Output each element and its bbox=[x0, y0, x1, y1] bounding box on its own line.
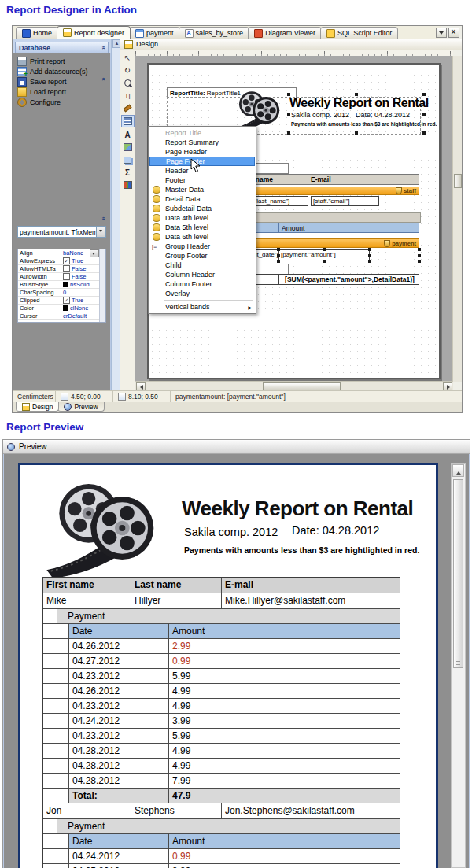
selection-handle[interactable] bbox=[355, 93, 358, 96]
selection-handle[interactable] bbox=[422, 93, 426, 96]
checkbox-icon[interactable]: ✓ bbox=[63, 297, 70, 304]
total-sum-memo[interactable]: [SUM(<payment."amount">,DetailData1)] bbox=[278, 274, 419, 285]
text-cursor-tool-icon[interactable]: T| bbox=[122, 90, 134, 101]
selection-handle[interactable] bbox=[368, 254, 371, 257]
general-item-load-report[interactable]: Load report bbox=[17, 87, 108, 96]
property-row-datafield[interactable]: DataField bbox=[18, 320, 105, 323]
tab-sales-by-store[interactable]: Asales_by_store bbox=[179, 27, 250, 39]
selection-handle[interactable] bbox=[418, 248, 421, 251]
canvas-vertical-scrollbar[interactable] bbox=[452, 56, 462, 382]
property-row-clipped[interactable]: Clipped✓True bbox=[18, 297, 105, 305]
selection-handle[interactable] bbox=[355, 131, 358, 135]
payment-amount-memo[interactable]: [payment."amount"] bbox=[278, 249, 370, 260]
selection-handle[interactable] bbox=[287, 131, 290, 135]
detail-column-amount[interactable]: Amount bbox=[278, 223, 419, 233]
general-item-print-report[interactable]: Print report bbox=[17, 57, 108, 65]
tab-payment[interactable]: payment bbox=[129, 27, 180, 39]
menu-item-column-footer[interactable]: Column Footer bbox=[149, 279, 256, 289]
menu-item-data-4th-level[interactable]: Data 4th level bbox=[149, 213, 256, 223]
selection-handle[interactable] bbox=[323, 260, 326, 263]
selection-handle[interactable] bbox=[287, 93, 290, 96]
property-row-align[interactable]: AlignbaNone bbox=[18, 249, 105, 257]
property-row-autowidth[interactable]: AutoWidthFalse bbox=[18, 273, 105, 281]
menu-item-child[interactable]: Child bbox=[149, 260, 256, 270]
selection-handle[interactable] bbox=[277, 260, 280, 263]
menu-item-footer[interactable]: Footer bbox=[149, 175, 256, 185]
menu-item-report-summary[interactable]: Report Summary bbox=[149, 138, 256, 147]
tab-report-designer[interactable]: Report designer bbox=[57, 26, 131, 39]
rotate-tool-icon[interactable]: ↻ bbox=[122, 65, 134, 76]
sum-object-tool-icon[interactable]: Σ bbox=[122, 167, 134, 178]
menu-item-vertical-bands[interactable]: Vertical bands▶ bbox=[149, 302, 256, 312]
database-panel-header[interactable]: Database » bbox=[15, 42, 109, 54]
menu-item-label: Footer bbox=[165, 176, 186, 184]
chart-object-tool-icon[interactable] bbox=[122, 179, 134, 190]
property-row-allowexpress[interactable]: AllowExpress✓True bbox=[18, 257, 105, 265]
picture-object-tool-icon[interactable] bbox=[122, 142, 134, 153]
property-row-charspacing[interactable]: CharSpacing0 bbox=[18, 289, 105, 297]
view-tab-design[interactable]: Design bbox=[16, 402, 59, 412]
scrollbar-thumb[interactable] bbox=[454, 174, 462, 188]
property-row-brushstyle[interactable]: BrushStylebsSolid bbox=[18, 281, 105, 289]
date-memo[interactable]: Date: 04.28.2012 bbox=[356, 111, 410, 119]
selection-handle[interactable] bbox=[323, 248, 326, 251]
selection-handle[interactable] bbox=[368, 260, 371, 263]
tab-home[interactable]: Home bbox=[16, 27, 58, 39]
select-tool-icon[interactable]: ↖ bbox=[122, 52, 134, 63]
property-row-cursor[interactable]: CursorcrDefault bbox=[18, 312, 105, 320]
menu-item-page-footer[interactable]: Page Footer bbox=[149, 157, 255, 166]
selection-handle[interactable] bbox=[277, 248, 280, 251]
selection-handle[interactable] bbox=[287, 113, 290, 116]
property-row-allowhtmlta[interactable]: AllowHTMLTaFalse bbox=[18, 265, 105, 273]
note-memo[interactable]: Payments with amounts less than $3 are h… bbox=[291, 121, 437, 127]
insert-band-tool-icon[interactable] bbox=[121, 115, 135, 127]
menu-item-group-footer[interactable]: Group Footer bbox=[149, 251, 256, 260]
selection-handle[interactable] bbox=[368, 248, 371, 251]
property-grid-scrollbar[interactable] bbox=[99, 249, 105, 322]
menu-item-master-data[interactable]: Master Data bbox=[149, 185, 256, 194]
dropdown-arrow-icon[interactable] bbox=[90, 249, 99, 257]
tab-diagram-viewer[interactable]: Diagram Viewer bbox=[248, 27, 322, 39]
selection-handle[interactable] bbox=[418, 254, 421, 257]
staff-email-memo[interactable]: [staff."email"] bbox=[311, 196, 379, 206]
column-header-email[interactable]: E-mail bbox=[308, 174, 419, 185]
general-item-configure[interactable]: Configure bbox=[17, 98, 108, 106]
general-item-add-datasource-s[interactable]: Add datasource(s) bbox=[17, 67, 108, 76]
menu-item-data-5th-level[interactable]: Data 5th level bbox=[149, 223, 256, 232]
general-item-save-report[interactable]: Save report bbox=[17, 77, 108, 86]
collapse-chevron-icon[interactable]: » bbox=[99, 77, 106, 80]
collapse-chevron-icon[interactable]: » bbox=[99, 46, 106, 49]
property-row-color[interactable]: ColorclNone bbox=[18, 305, 105, 312]
company-memo[interactable]: Sakila comp. 2012 bbox=[291, 111, 349, 119]
close-tab-button[interactable] bbox=[448, 28, 459, 38]
checkbox-icon[interactable] bbox=[63, 265, 70, 272]
format-painter-tool-icon[interactable] bbox=[122, 102, 134, 113]
menu-item-data-6th-level[interactable]: Data 6th level bbox=[149, 232, 256, 242]
menu-item-column-header[interactable]: Column Header bbox=[149, 270, 256, 279]
menu-item-page-header[interactable]: Page Header bbox=[149, 147, 256, 157]
view-tab-preview[interactable]: Preview bbox=[57, 402, 104, 412]
checkbox-icon[interactable]: ✓ bbox=[63, 257, 70, 264]
menu-item-overlay[interactable]: Overlay bbox=[149, 289, 256, 298]
zoom-tool-icon[interactable] bbox=[122, 77, 134, 88]
dropdown-arrow-icon[interactable] bbox=[96, 227, 105, 237]
menu-item-header[interactable]: Header bbox=[149, 166, 256, 175]
tab-overflow-button[interactable] bbox=[436, 28, 447, 38]
checkbox-icon[interactable] bbox=[63, 273, 70, 280]
text-object-tool-icon[interactable]: A bbox=[122, 129, 134, 140]
tab-sql-script-editor[interactable]: SQL Script Editor bbox=[320, 27, 398, 39]
scrollbar-thumb[interactable] bbox=[453, 479, 463, 668]
selection-handle[interactable] bbox=[422, 131, 426, 135]
menu-item-subdetail-data[interactable]: Subdetail Data bbox=[149, 204, 256, 213]
scroll-up-icon[interactable] bbox=[452, 464, 464, 477]
inspector-object-select[interactable]: paymentamount: TfrxMemoView bbox=[17, 226, 106, 238]
selection-handle[interactable] bbox=[418, 260, 421, 263]
selection-handle[interactable] bbox=[422, 113, 426, 116]
selection-handle[interactable] bbox=[277, 254, 280, 257]
subreport-object-tool-icon[interactable] bbox=[122, 154, 134, 165]
report-title-memo[interactable]: Weekly Report on Rental bbox=[289, 96, 429, 110]
preview-vertical-scrollbar[interactable] bbox=[451, 463, 466, 868]
menu-item-detail-data[interactable]: Detail Data bbox=[149, 194, 256, 204]
menu-item-group-header[interactable]: [≡Group Header bbox=[149, 242, 256, 251]
collapse-chevron-icon[interactable]: » bbox=[99, 216, 106, 220]
